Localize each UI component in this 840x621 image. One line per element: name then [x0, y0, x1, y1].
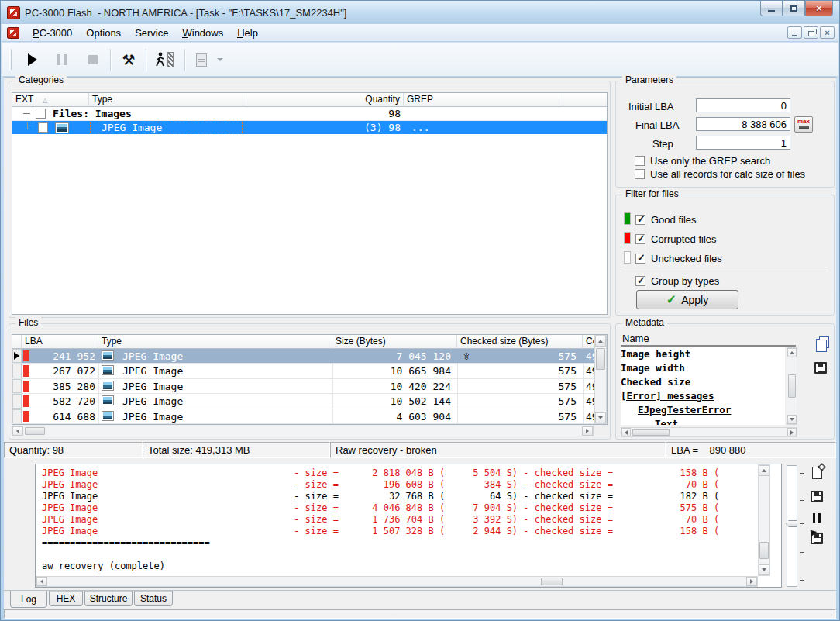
- scroll-down-button[interactable]: [595, 412, 606, 423]
- toolbar-grip[interactable]: [9, 49, 12, 70]
- column-header-checked-size[interactable]: Checked size (Bytes): [457, 335, 583, 349]
- scroll-left-button[interactable]: [36, 577, 47, 586]
- log-pause-button[interactable]: [807, 509, 827, 527]
- files-vertical-scrollbar[interactable]: [594, 335, 607, 424]
- tab-hex[interactable]: HEX: [49, 591, 83, 606]
- log-panel[interactable]: JPEG Image - size = 2 818 048 B ( 5 504 …: [35, 464, 782, 588]
- final-lba-input[interactable]: 8 388 606: [696, 117, 790, 131]
- scroll-right-button[interactable]: [582, 426, 593, 436]
- file-row[interactable]: 582 720 JPEG Image 10 502 144 575 49: [12, 394, 594, 409]
- category-type-row-selected[interactable]: JPEG Image (3) 98 ...: [12, 121, 607, 135]
- all-records-option[interactable]: Use all records for calc size of files: [635, 168, 805, 180]
- corrupted-files-option[interactable]: Corrupted files: [635, 233, 717, 245]
- exit-task-button[interactable]: [150, 49, 178, 71]
- metadata-name-header[interactable]: Name: [621, 332, 796, 347]
- grep-only-checkbox[interactable]: [635, 156, 645, 166]
- scroll-thumb[interactable]: [596, 348, 605, 370]
- close-button[interactable]: ×: [805, 1, 833, 16]
- scroll-left-button[interactable]: [621, 428, 631, 436]
- scroll-thumb[interactable]: [759, 542, 769, 559]
- column-header-size[interactable]: Size (Bytes): [332, 335, 457, 349]
- column-header-quantity[interactable]: Quantity: [243, 93, 404, 107]
- group-by-types-option[interactable]: Group by types: [635, 275, 719, 287]
- file-row[interactable]: 614 688 JPEG Image 4 603 904 575 49: [12, 409, 594, 424]
- menu-options[interactable]: Options: [79, 25, 128, 41]
- metadata-list[interactable]: Image height Image width Checked size [E…: [621, 347, 785, 425]
- stop-button[interactable]: [82, 49, 104, 71]
- minimize-button[interactable]: [760, 1, 783, 16]
- scroll-thumb[interactable]: [541, 578, 563, 585]
- menu-service[interactable]: Service: [128, 25, 175, 41]
- scroll-up-button[interactable]: [595, 336, 606, 347]
- metadata-copy-button[interactable]: [811, 335, 831, 354]
- scroll-down-button[interactable]: [759, 564, 769, 575]
- metadata-item[interactable]: Image width: [621, 361, 785, 375]
- column-header-grep[interactable]: GREP: [404, 93, 563, 107]
- metadata-item-error[interactable]: [Error] messages: [621, 389, 785, 403]
- metadata-item[interactable]: Image height: [621, 347, 785, 361]
- apply-button[interactable]: ✓ Apply: [636, 290, 738, 309]
- column-header-type[interactable]: Type: [89, 93, 243, 107]
- scroll-down-button[interactable]: [787, 415, 797, 424]
- log-vertical-scrollbar[interactable]: [758, 464, 770, 576]
- type-label-cell[interactable]: JPEG Image: [89, 121, 243, 135]
- maximize-button[interactable]: [783, 1, 805, 16]
- file-row[interactable]: 241 952 JPEG Image 7 045 120 ⇧ 575 49: [12, 349, 594, 364]
- log-save-button[interactable]: [807, 487, 827, 505]
- pause-button[interactable]: [51, 49, 73, 71]
- all-records-checkbox[interactable]: [635, 169, 645, 179]
- scroll-thumb[interactable]: [788, 374, 796, 398]
- corrupted-files-checkbox[interactable]: [635, 234, 645, 244]
- menu-help[interactable]: Help: [230, 25, 265, 41]
- file-row[interactable]: 385 280 JPEG Image 10 420 224 575 49: [12, 379, 594, 394]
- menu-windows[interactable]: Windows: [175, 25, 230, 41]
- scroll-thumb[interactable]: [632, 429, 670, 436]
- group-checkbox[interactable]: [36, 109, 46, 119]
- tree-collapse-icon[interactable]: [23, 113, 30, 114]
- scroll-right-button[interactable]: [787, 428, 797, 436]
- column-header-type[interactable]: Type: [98, 335, 332, 349]
- tools-button[interactable]: ⚒: [118, 49, 139, 71]
- scroll-left-button[interactable]: [12, 426, 23, 436]
- category-group-row[interactable]: Files: Images 98: [12, 107, 607, 121]
- unchecked-files-checkbox[interactable]: [635, 254, 645, 264]
- menu-pc3000[interactable]: PC-3000: [26, 25, 79, 41]
- good-files-checkbox[interactable]: [635, 215, 645, 225]
- report-menu-button[interactable]: [214, 49, 226, 71]
- tab-log[interactable]: Log: [10, 591, 47, 608]
- mdi-close-button[interactable]: ×: [820, 26, 835, 39]
- mdi-restore-button[interactable]: [804, 26, 818, 39]
- report-button[interactable]: [191, 49, 212, 71]
- metadata-item-text[interactable]: Text: [621, 417, 785, 425]
- metadata-item[interactable]: Checked size: [621, 375, 785, 389]
- good-files-option[interactable]: Good files: [635, 214, 697, 226]
- metadata-item-jpeg-error[interactable]: EJpegTesterError: [621, 403, 785, 417]
- files-horizontal-scrollbar[interactable]: [12, 426, 594, 436]
- type-checkbox[interactable]: [38, 122, 48, 133]
- metadata-save-button[interactable]: [811, 358, 831, 377]
- column-header-lba[interactable]: LBA: [22, 335, 98, 349]
- titlebar[interactable]: PC-3000 Flash - NORTH AMERICA - [Task - …: [1, 1, 839, 24]
- log-save-as-button[interactable]: [807, 529, 827, 547]
- file-row[interactable]: 267 072 JPEG Image 10 665 984 575 49: [12, 364, 594, 378]
- tab-structure[interactable]: Structure: [84, 591, 133, 606]
- metadata-horizontal-scrollbar[interactable]: [621, 427, 797, 437]
- tab-status[interactable]: Status: [134, 591, 173, 606]
- max-lba-button[interactable]: max: [794, 116, 813, 133]
- grep-only-option[interactable]: Use only the GREP search: [635, 155, 770, 167]
- log-new-button[interactable]: [807, 464, 827, 482]
- group-by-types-checkbox[interactable]: [635, 276, 645, 286]
- scroll-thumb[interactable]: [25, 427, 45, 435]
- metadata-vertical-scrollbar[interactable]: [787, 347, 797, 425]
- log-horizontal-scrollbar[interactable]: [36, 576, 758, 587]
- step-input[interactable]: 1: [696, 136, 790, 150]
- scroll-right-button[interactable]: [746, 577, 757, 586]
- column-header-ext[interactable]: EXT△: [12, 93, 89, 107]
- log-text-area[interactable]: JPEG Image - size = 2 818 048 B ( 5 504 …: [36, 464, 758, 576]
- initial-lba-input[interactable]: 0: [696, 98, 790, 112]
- mdi-minimize-button[interactable]: [787, 26, 802, 39]
- scroll-up-button[interactable]: [787, 348, 797, 357]
- unchecked-files-option[interactable]: Unchecked files: [635, 253, 722, 264]
- start-button[interactable]: [22, 49, 43, 71]
- scroll-up-button[interactable]: [759, 465, 769, 476]
